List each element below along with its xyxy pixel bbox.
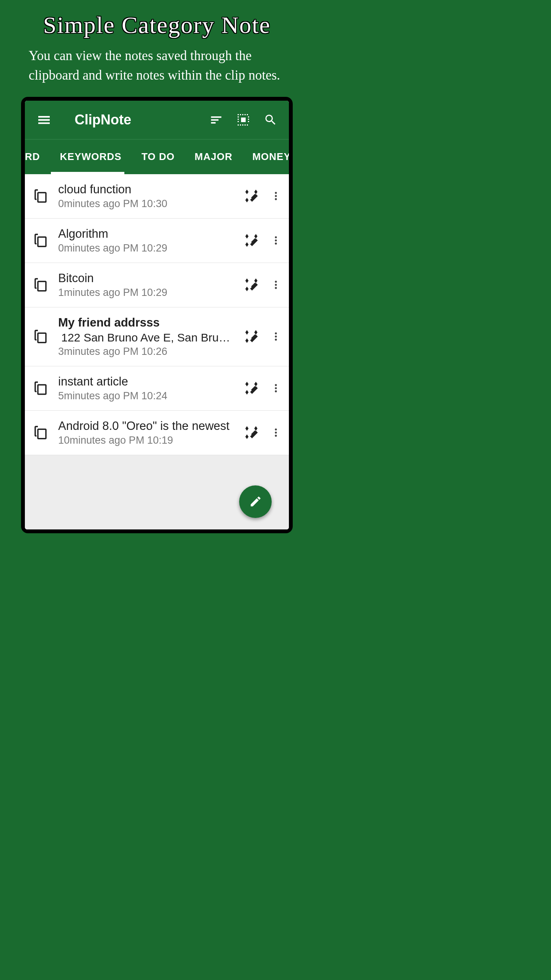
- svg-point-35: [275, 387, 277, 389]
- note-item[interactable]: Android 8.0 "Oreo" is the newest10minute…: [25, 411, 289, 455]
- svg-rect-16: [248, 121, 249, 122]
- svg-point-26: [275, 281, 277, 283]
- svg-rect-3: [242, 114, 243, 115]
- more-vert-icon[interactable]: [271, 383, 281, 394]
- svg-rect-11: [238, 116, 239, 118]
- svg-rect-2: [240, 114, 241, 115]
- note-item[interactable]: cloud function0minutes ago PM 10:30: [25, 174, 289, 219]
- svg-point-28: [275, 287, 277, 289]
- copy-icon[interactable]: [33, 232, 49, 248]
- tab-bar: RD KEYWORDS TO DO MAJOR MONEY: [25, 139, 289, 174]
- note-content: Bitcoin1minutes ago PM 10:29: [58, 271, 236, 299]
- svg-point-32: [275, 339, 277, 341]
- svg-rect-1: [238, 114, 239, 115]
- svg-rect-14: [248, 116, 249, 118]
- svg-rect-6: [238, 124, 239, 126]
- svg-point-30: [275, 332, 277, 334]
- sort-icon[interactable]: [209, 113, 223, 127]
- svg-point-23: [275, 239, 277, 241]
- tab-money[interactable]: MONEY: [242, 140, 289, 174]
- svg-point-20: [275, 198, 277, 200]
- compose-fab[interactable]: [239, 485, 272, 518]
- svg-rect-21: [38, 237, 46, 247]
- note-content: Android 8.0 "Oreo" is the newest10minute…: [58, 419, 236, 446]
- copy-icon[interactable]: [33, 277, 49, 293]
- note-subtitle: 122 San Bruno Ave E, San Brun…: [58, 331, 236, 344]
- note-content: cloud function0minutes ago PM 10:30: [58, 183, 236, 210]
- promo-subtitle: You can view the notes saved through the…: [0, 42, 314, 97]
- note-content: My friend addrsss122 San Bruno Ave E, Sa…: [58, 316, 236, 358]
- more-vert-icon[interactable]: [271, 279, 281, 290]
- svg-rect-37: [38, 429, 46, 439]
- svg-rect-9: [245, 124, 246, 126]
- magic-wand-icon[interactable]: [244, 188, 259, 204]
- svg-rect-33: [38, 385, 46, 394]
- hamburger-menu-icon[interactable]: [36, 112, 52, 127]
- svg-rect-29: [38, 333, 46, 343]
- copy-icon[interactable]: [33, 188, 49, 204]
- svg-point-22: [275, 236, 277, 238]
- note-item[interactable]: My friend addrsss122 San Bruno Ave E, Sa…: [25, 307, 289, 366]
- tab-todo[interactable]: TO DO: [132, 140, 185, 174]
- svg-point-19: [275, 195, 277, 197]
- svg-point-36: [275, 390, 277, 392]
- more-vert-icon[interactable]: [271, 427, 281, 438]
- magic-wand-icon[interactable]: [244, 425, 259, 440]
- svg-rect-17: [38, 193, 46, 202]
- magic-wand-icon[interactable]: [244, 381, 259, 396]
- phone-frame: ClipNote: [21, 97, 293, 533]
- svg-point-24: [275, 243, 277, 245]
- svg-rect-15: [248, 119, 249, 120]
- svg-rect-13: [238, 121, 239, 122]
- note-item[interactable]: Algorithm0minutes ago PM 10:29: [25, 219, 289, 263]
- note-time: 10minutes ago PM 10:19: [58, 434, 236, 446]
- note-time: 5minutes ago PM 10:24: [58, 390, 236, 402]
- phone-screen: ClipNote: [25, 101, 289, 529]
- pencil-icon: [249, 495, 262, 508]
- note-content: Algorithm0minutes ago PM 10:29: [58, 227, 236, 254]
- copy-icon[interactable]: [33, 328, 49, 345]
- app-bar: ClipNote: [25, 101, 289, 139]
- svg-point-18: [275, 192, 277, 194]
- svg-rect-5: [247, 114, 248, 115]
- magic-wand-icon[interactable]: [244, 277, 259, 292]
- svg-rect-7: [240, 124, 241, 126]
- svg-rect-4: [245, 114, 246, 115]
- note-list: cloud function0minutes ago PM 10:30Algor…: [25, 174, 289, 455]
- note-title: My friend addrsss: [58, 316, 236, 330]
- svg-point-31: [275, 335, 277, 337]
- search-icon[interactable]: [264, 113, 277, 127]
- note-title: cloud function: [58, 183, 236, 196]
- svg-rect-12: [238, 119, 239, 120]
- magic-wand-icon[interactable]: [244, 233, 259, 248]
- svg-rect-0: [241, 118, 246, 122]
- note-time: 0minutes ago PM 10:29: [58, 242, 236, 254]
- tab-major[interactable]: MAJOR: [185, 140, 243, 174]
- note-item[interactable]: instant article5minutes ago PM 10:24: [25, 366, 289, 411]
- note-title: Bitcoin: [58, 271, 236, 285]
- note-content: instant article5minutes ago PM 10:24: [58, 375, 236, 402]
- magic-wand-icon[interactable]: [244, 329, 259, 344]
- tab-indicator: [51, 172, 124, 174]
- note-title: Android 8.0 "Oreo" is the newest: [58, 419, 236, 433]
- more-vert-icon[interactable]: [271, 235, 281, 246]
- note-time: 1minutes ago PM 10:29: [58, 287, 236, 299]
- note-title: instant article: [58, 375, 236, 389]
- tab-partial[interactable]: RD: [25, 140, 50, 174]
- note-time: 3minutes ago PM 10:26: [58, 346, 236, 358]
- copy-icon[interactable]: [33, 380, 49, 396]
- note-title: Algorithm: [58, 227, 236, 241]
- promo-title: Simple Category Note: [0, 0, 314, 42]
- tab-keywords[interactable]: KEYWORDS: [50, 140, 132, 174]
- select-all-icon[interactable]: [236, 113, 250, 127]
- svg-point-38: [275, 428, 277, 430]
- app-bar-actions: [209, 113, 277, 127]
- svg-rect-25: [38, 281, 46, 291]
- note-item[interactable]: Bitcoin1minutes ago PM 10:29: [25, 263, 289, 307]
- svg-point-34: [275, 384, 277, 386]
- svg-point-40: [275, 435, 277, 437]
- copy-icon[interactable]: [33, 425, 49, 441]
- note-time: 0minutes ago PM 10:30: [58, 198, 236, 210]
- more-vert-icon[interactable]: [271, 191, 281, 201]
- more-vert-icon[interactable]: [271, 331, 281, 342]
